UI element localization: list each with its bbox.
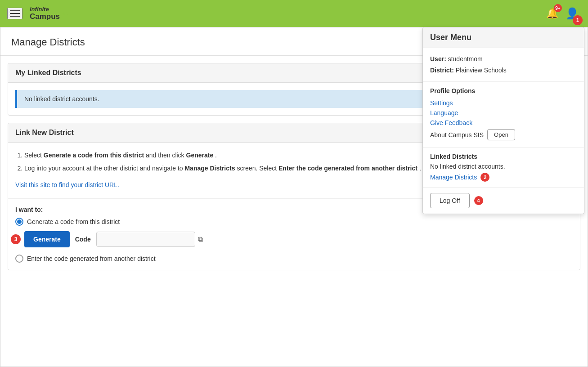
code-field-wrap: ⧉ bbox=[96, 232, 203, 247]
about-row: About Campus SIS Open bbox=[430, 128, 577, 142]
district-value: Plainview Schools bbox=[456, 67, 507, 74]
user-info: User: studentmom District: Plainview Sch… bbox=[430, 54, 577, 76]
visit-site-link[interactable]: Visit this site to find your district UR… bbox=[15, 179, 119, 191]
manage-districts-link[interactable]: Manage Districts bbox=[430, 174, 477, 181]
header-right: 🔔 9+ 👤 1 bbox=[544, 5, 581, 22]
no-linked-menu-msg: No linked district accounts. bbox=[430, 163, 577, 170]
instruction-2-bold2: Enter the code generated from another di… bbox=[278, 165, 417, 172]
radio-enter-label: Enter the code generated from another di… bbox=[27, 255, 156, 262]
logoff-button[interactable]: Log Off bbox=[430, 193, 470, 208]
user-info-section: User: studentmom District: Plainview Sch… bbox=[423, 48, 584, 82]
radio-generate-circle[interactable] bbox=[15, 218, 23, 226]
generate-row: 3 Generate Code ⧉ bbox=[15, 231, 573, 247]
give-feedback-link[interactable]: Give Feedback bbox=[430, 118, 577, 128]
logo-campus: Campus bbox=[30, 13, 60, 21]
generate-button[interactable]: Generate bbox=[24, 231, 70, 247]
radio-generate[interactable]: Generate a code from this district bbox=[15, 218, 573, 226]
hamburger-menu-button[interactable] bbox=[7, 8, 22, 19]
user-menu-trigger-wrap: 👤 1 bbox=[564, 5, 581, 22]
user-menu-header: User Menu bbox=[423, 27, 584, 48]
step-badge-2: 2 bbox=[480, 173, 489, 182]
open-button[interactable]: Open bbox=[487, 129, 515, 140]
language-link[interactable]: Language bbox=[430, 108, 577, 118]
radio-enter[interactable]: Enter the code generated from another di… bbox=[15, 255, 573, 263]
user-label: User: bbox=[430, 55, 446, 63]
logo: Infinite Campus ❧ bbox=[30, 6, 69, 21]
copy-icon[interactable]: ⧉ bbox=[198, 235, 203, 243]
user-menu-dropdown: User Menu User: studentmom District: Pla… bbox=[422, 27, 584, 214]
radio-generate-label: Generate a code from this district bbox=[27, 218, 120, 225]
instruction-1-bold1: Generate a code from this district bbox=[44, 152, 144, 159]
logoff-section: Log Off 4 bbox=[423, 188, 584, 214]
linked-districts-menu-section: Linked Districts No linked district acco… bbox=[423, 148, 584, 188]
notifications-button[interactable]: 🔔 9+ bbox=[544, 6, 560, 21]
manage-link-row: Manage Districts 2 bbox=[430, 173, 577, 182]
profile-options-section: Profile Options Settings Language Give F… bbox=[423, 82, 584, 148]
step-badge-3: 3 bbox=[11, 234, 21, 244]
app-header: Infinite Campus ❧ 🔔 9+ 👤 1 bbox=[0, 0, 588, 27]
user-value: studentmom bbox=[448, 55, 483, 63]
code-label: Code bbox=[75, 236, 91, 243]
instruction-2-bold1: Manage Districts bbox=[184, 165, 235, 172]
about-label: About Campus SIS bbox=[430, 131, 484, 139]
step-badge-4: 4 bbox=[474, 196, 483, 205]
settings-link[interactable]: Settings bbox=[430, 98, 577, 108]
logo-brand: Infinite Campus bbox=[30, 6, 60, 21]
user-name-row: User: studentmom bbox=[430, 54, 577, 65]
header-left: Infinite Campus ❧ bbox=[7, 6, 69, 21]
district-row: District: Plainview Schools bbox=[430, 65, 577, 76]
user-menu-title: User Menu bbox=[430, 33, 577, 42]
main-layout: Manage Districts My Linked Districts No … bbox=[0, 27, 588, 367]
instruction-1-bold2: Generate bbox=[186, 152, 214, 159]
notification-badge: 9+ bbox=[554, 4, 562, 12]
code-input[interactable] bbox=[96, 232, 195, 247]
district-label: District: bbox=[430, 67, 454, 74]
profile-options-label: Profile Options bbox=[430, 87, 577, 94]
step-badge-1: 1 bbox=[573, 15, 583, 25]
logo-infinite: Infinite bbox=[30, 6, 60, 13]
logo-swoosh-icon: ❧ bbox=[62, 8, 69, 19]
radio-enter-circle[interactable] bbox=[15, 255, 23, 263]
linked-districts-menu-title: Linked Districts bbox=[430, 153, 577, 160]
